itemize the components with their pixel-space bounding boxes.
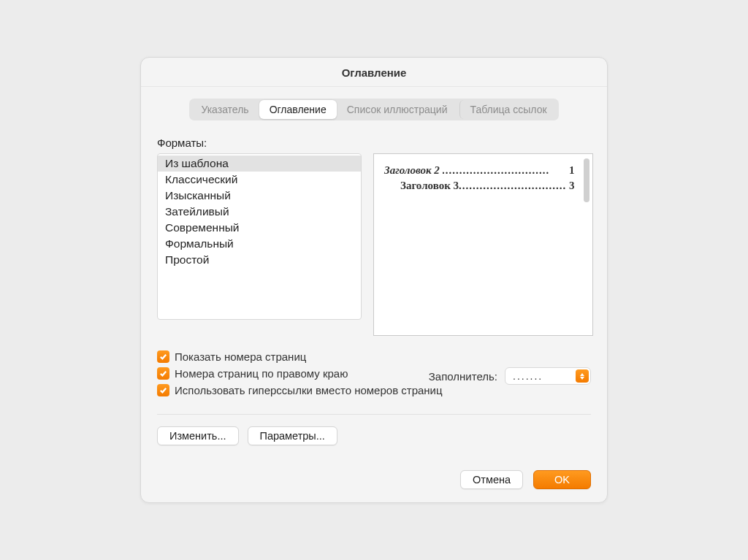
chevron-updown-icon — [576, 369, 589, 383]
checkbox-hyperlinks-label: Использовать гиперссылки вместо номеров … — [175, 384, 443, 396]
checkbox-hyperlinks[interactable] — [157, 384, 169, 396]
checkbox-group: Показать номера страниц Номера страниц п… — [157, 350, 591, 396]
preview-line-1-text: Заголовок 2 — [384, 164, 440, 177]
tab-refs[interactable]: Таблица ссылок — [459, 100, 557, 119]
format-option[interactable]: Формальный — [158, 236, 361, 252]
format-option[interactable]: Современный — [158, 220, 361, 236]
filler-select-value: ....... — [513, 370, 543, 382]
preview-dots: ............................... — [459, 180, 566, 192]
preview-line-1: Заголовок 2 ............................… — [384, 164, 575, 177]
modify-button[interactable]: Изменить... — [157, 426, 239, 445]
filler-select[interactable]: ....... — [505, 367, 591, 385]
cancel-button[interactable]: Отмена — [460, 470, 523, 489]
format-option[interactable]: Простой — [158, 252, 361, 268]
toc-dialog: Оглавление Указатель Оглавление Список и… — [140, 57, 608, 503]
secondary-buttons: Изменить... Параметры... — [157, 426, 591, 445]
dialog-footer: Отмена OK — [141, 459, 607, 502]
format-option[interactable]: Затейливый — [158, 204, 361, 220]
ok-button[interactable]: OK — [533, 470, 591, 489]
preview-line-2: Заголовок 3 ............................… — [384, 180, 575, 192]
checkbox-right-align[interactable] — [157, 367, 169, 380]
format-option[interactable]: Классический — [158, 172, 361, 188]
tab-toc[interactable]: Оглавление — [259, 100, 337, 119]
options-button[interactable]: Параметры... — [248, 426, 337, 445]
checkbox-right-align-label: Номера страниц по правому краю — [175, 367, 348, 380]
tab-index[interactable]: Указатель — [191, 100, 259, 119]
filler-row: Заполнитель: ....... — [429, 367, 591, 385]
dialog-title: Оглавление — [141, 58, 607, 87]
formats-label: Форматы: — [157, 137, 591, 149]
preview-line-2-text: Заголовок 3 — [400, 180, 459, 192]
filler-label: Заполнитель: — [429, 370, 497, 383]
preview-line-2-page: 3 — [569, 180, 575, 192]
tab-bar: Указатель Оглавление Список иллюстраций … — [189, 99, 558, 120]
formats-listbox[interactable]: Из шаблона Классический Изысканный Затей… — [157, 153, 362, 320]
preview-dots: ............................... — [443, 164, 567, 177]
format-option[interactable]: Из шаблона — [158, 156, 361, 172]
format-option[interactable]: Изысканный — [158, 188, 361, 204]
dialog-body: Указатель Оглавление Список иллюстраций … — [141, 87, 607, 459]
preview-pane: Заголовок 2 ............................… — [373, 153, 593, 336]
checkbox-show-pages[interactable] — [157, 350, 169, 363]
preview-line-1-page: 1 — [569, 164, 575, 177]
preview-scrollbar[interactable] — [584, 158, 589, 202]
checkbox-show-pages-label: Показать номера страниц — [175, 350, 306, 363]
separator — [157, 414, 591, 415]
tab-illustrations[interactable]: Список иллюстраций — [337, 100, 458, 119]
